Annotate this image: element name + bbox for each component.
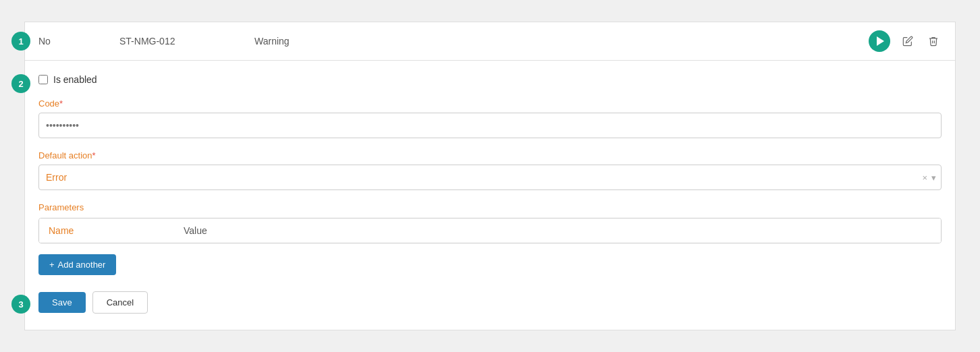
cancel-button[interactable]: Cancel: [92, 291, 148, 314]
save-button[interactable]: Save: [38, 292, 86, 313]
default-action-value: Error: [46, 172, 67, 183]
default-action-field-group: Default action* Error × ▾: [38, 150, 942, 190]
add-another-label: Add another: [58, 260, 106, 270]
step-3-badge: 3: [11, 295, 30, 314]
header-actions: [869, 30, 942, 52]
code-label: Code*: [38, 98, 942, 109]
action-buttons: Save Cancel: [38, 291, 942, 314]
select-icons: × ▾: [922, 173, 936, 183]
code-field-group: Code*: [38, 98, 942, 138]
header-row: 1 No ST-NMG-012 Warning: [25, 22, 955, 61]
code-input[interactable]: [38, 113, 942, 138]
header-no-label: No: [38, 36, 119, 47]
play-button[interactable]: [869, 30, 890, 52]
add-another-icon: +: [49, 260, 55, 270]
delete-button[interactable]: [925, 33, 942, 49]
edit-button[interactable]: [900, 33, 916, 49]
main-panel: 1 No ST-NMG-012 Warning: [24, 22, 956, 330]
default-action-select[interactable]: Error: [38, 165, 942, 190]
default-action-required-star: *: [92, 150, 96, 160]
is-enabled-label: Is enabled: [53, 74, 97, 85]
parameters-header-row: Name Value: [39, 218, 941, 243]
default-action-select-wrapper: Error × ▾: [38, 165, 942, 190]
is-enabled-row: Is enabled: [38, 74, 942, 85]
step-2-badge: 2: [11, 74, 30, 93]
select-clear-icon[interactable]: ×: [922, 173, 927, 183]
parameters-label: Parameters: [38, 202, 942, 212]
form-area: 2 Is enabled Code* Default action* Error: [25, 61, 955, 330]
step-1-badge: 1: [11, 32, 30, 51]
header-warning-value: Warning: [254, 36, 869, 47]
select-chevron-icon[interactable]: ▾: [931, 173, 936, 183]
parameters-table: Name Value: [38, 218, 942, 243]
param-col-name-header: Name: [49, 225, 184, 236]
add-another-button[interactable]: + Add another: [38, 254, 116, 275]
code-required-star: *: [59, 98, 63, 109]
header-code-value: ST-NMG-012: [119, 36, 254, 47]
is-enabled-checkbox[interactable]: [38, 75, 48, 84]
param-col-value-header: Value: [184, 225, 207, 236]
parameters-section: Parameters Name Value: [38, 202, 942, 243]
default-action-label: Default action*: [38, 150, 942, 160]
